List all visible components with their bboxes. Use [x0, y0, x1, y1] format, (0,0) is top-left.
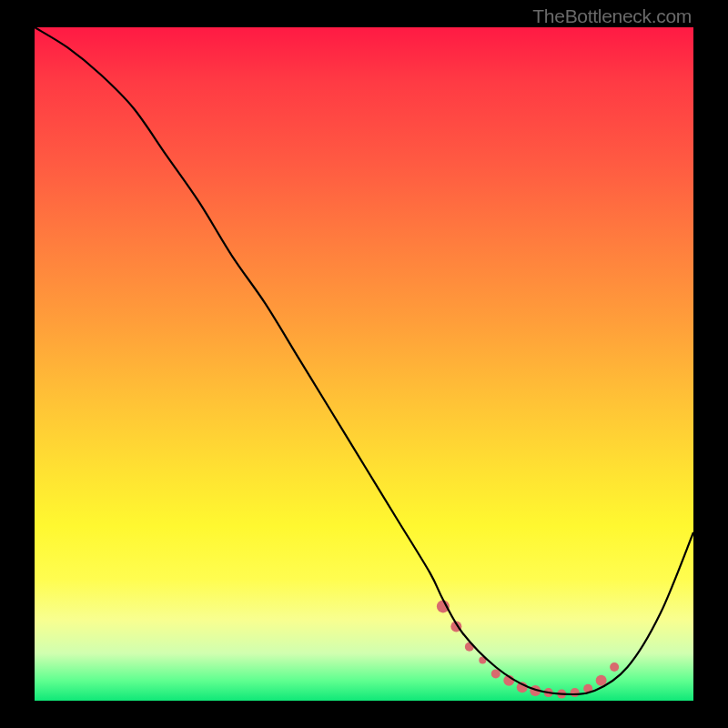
marker-dot — [571, 688, 580, 697]
marker-cluster — [437, 600, 619, 698]
marker-dot — [596, 675, 607, 686]
marker-dot — [610, 662, 619, 672]
chart-svg — [35, 27, 693, 701]
bottleneck-curve-path — [35, 27, 693, 694]
attribution-text: TheBottleneck.com — [532, 5, 692, 27]
chart-plot-area — [35, 27, 693, 701]
